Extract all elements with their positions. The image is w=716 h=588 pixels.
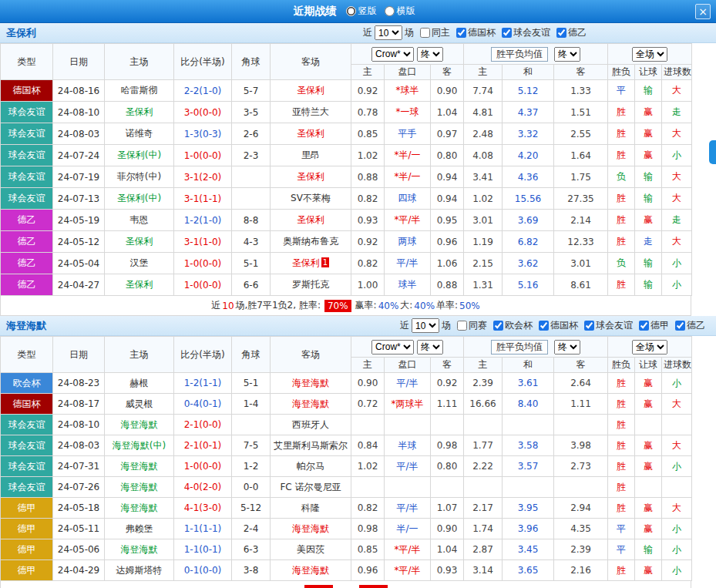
match-date: 24-08-16 bbox=[53, 80, 105, 102]
odds-home: 1.00 bbox=[351, 274, 385, 296]
result-handicap: 赢 bbox=[635, 498, 662, 519]
avg-away bbox=[554, 415, 608, 435]
avg-home bbox=[464, 477, 503, 498]
home-team: 海登海默(中) bbox=[105, 435, 174, 456]
avg-away: 8.61 bbox=[554, 274, 608, 296]
odds-company-select[interactable]: Crow* bbox=[371, 47, 414, 62]
over-rate-value: 40% bbox=[414, 301, 435, 311]
odds-company-select[interactable]: Crow* bbox=[371, 340, 414, 354]
odds-handicap: 四球 bbox=[385, 188, 431, 210]
match-row: 球会友谊 24-08-03 诺维奇 1-3(0-3) 2-6 圣保利 0.85 … bbox=[1, 123, 692, 145]
odds-away: 0.94 bbox=[431, 166, 464, 188]
away-team: SV不莱梅 bbox=[271, 188, 351, 210]
match-date: 24-08-23 bbox=[53, 373, 105, 394]
match-row: 欧会杯 24-08-23 赫根 1-2(1-1) 5-1 海登海默 0.90 平… bbox=[1, 373, 692, 394]
match-count-select[interactable]: 10 bbox=[375, 25, 402, 40]
avg-final-select[interactable]: 终 bbox=[554, 47, 580, 62]
avg-final-select[interactable]: 终 bbox=[554, 340, 580, 354]
odds-home: 1.02 bbox=[351, 145, 385, 166]
result-goals: 大 bbox=[662, 231, 692, 253]
odds-home: 0.85 bbox=[351, 123, 385, 145]
result-wdl: 胜 bbox=[608, 498, 635, 519]
dfb-pokal-checkbox[interactable] bbox=[456, 28, 466, 38]
club-friendly-checkbox[interactable] bbox=[502, 28, 512, 38]
col-corner: 角球 bbox=[232, 44, 271, 80]
match-count-select[interactable]: 10 bbox=[412, 318, 439, 333]
col-date: 日期 bbox=[53, 337, 105, 373]
match-type: 球会友谊 bbox=[1, 123, 53, 145]
close-icon[interactable]: × bbox=[695, 4, 711, 19]
away-team: 海登海默 bbox=[271, 560, 351, 581]
avg-draw: 5.16 bbox=[503, 274, 554, 296]
bundesliga1-checkbox[interactable] bbox=[639, 321, 649, 331]
result-goals: 大 bbox=[662, 394, 692, 415]
side-panel-handle[interactable] bbox=[709, 140, 716, 164]
conference-league-checkbox[interactable] bbox=[493, 321, 503, 331]
odds-handicap: *平/半 bbox=[385, 539, 431, 560]
odds-handicap: 平/半 bbox=[385, 456, 431, 477]
col-away: 客场 bbox=[271, 44, 351, 80]
result-goals: 小 bbox=[662, 560, 692, 581]
away-team: 海登海默 bbox=[271, 394, 351, 415]
col-avg-draw: 和 bbox=[503, 358, 554, 373]
match-score: 1-0(0-0) bbox=[174, 456, 232, 477]
dfb-pokal-checkbox[interactable] bbox=[539, 321, 549, 331]
win-rate-badge: 70% bbox=[324, 300, 351, 312]
avg-draw: 4.20 bbox=[503, 145, 554, 166]
col-score: 比分(半场) bbox=[174, 44, 232, 80]
same-competition-checkbox[interactable] bbox=[457, 321, 467, 331]
home-team: 哈雷斯彻 bbox=[105, 80, 174, 102]
result-handicap: 输 bbox=[635, 188, 662, 210]
layout-option-horizontal: 横版 bbox=[385, 5, 415, 18]
match-type: 德国杯 bbox=[1, 80, 53, 102]
col-odds-away: 客 bbox=[431, 65, 464, 80]
avg-controls: 胜平负均值 终 bbox=[464, 44, 608, 65]
scope-select[interactable]: 全场 bbox=[632, 340, 667, 354]
home-team: 圣保利 bbox=[105, 102, 174, 123]
avg-label-box: 胜平负均值 bbox=[491, 340, 548, 354]
club-friendly-checkbox[interactable] bbox=[584, 321, 594, 331]
avg-home: 3.14 bbox=[464, 560, 503, 581]
match-date: 24-05-19 bbox=[53, 210, 105, 231]
odds-away: 1.04 bbox=[431, 539, 464, 560]
avg-home: 7.74 bbox=[464, 80, 503, 102]
result-handicap: 输 bbox=[635, 166, 662, 188]
odds-final-select[interactable]: 终 bbox=[417, 47, 443, 62]
summary-bar: 近 10 场,胜7平1负2, 胜率: 70% 赢率: 40% 大: 40% 单率… bbox=[0, 296, 691, 316]
match-type: 球会友谊 bbox=[1, 415, 53, 435]
away-team: 圣保利 bbox=[271, 166, 351, 188]
odds-final-select[interactable]: 终 bbox=[417, 340, 443, 354]
avg-away: 4.35 bbox=[554, 519, 608, 539]
away-team: FC 诺尔曼尼亚 bbox=[271, 477, 351, 498]
same-home-checkbox[interactable] bbox=[420, 28, 430, 38]
odds-home: 0.92 bbox=[351, 80, 385, 102]
partial-rate-badge bbox=[304, 585, 333, 588]
scope-select[interactable]: 全场 bbox=[632, 47, 667, 62]
bundesliga2-checkbox[interactable] bbox=[556, 28, 566, 38]
bundesliga2-checkbox[interactable] bbox=[675, 321, 685, 331]
avg-home: 3.41 bbox=[464, 166, 503, 188]
odds-away: 0.90 bbox=[431, 519, 464, 539]
result-wdl: 平 bbox=[608, 539, 635, 560]
horizontal-radio-label: 横版 bbox=[397, 5, 415, 18]
odds-home bbox=[351, 415, 385, 435]
match-row: 球会友谊 24-07-26 海登海默 4-0(2-0) 0-0 FC 诺尔曼尼亚… bbox=[1, 477, 692, 498]
odds-home: 0.82 bbox=[351, 498, 385, 519]
vertical-radio[interactable] bbox=[346, 6, 356, 16]
match-type: 德乙 bbox=[1, 210, 53, 231]
horizontal-radio[interactable] bbox=[385, 6, 395, 16]
col-score: 比分(半场) bbox=[174, 337, 232, 373]
avg-draw: 4.36 bbox=[503, 166, 554, 188]
section-heidenheim: 海登海默 近 10 场 同赛 欧会杯 德国杯 球会友谊 德甲 德乙 bbox=[0, 316, 716, 588]
odds-home: 0.96 bbox=[351, 560, 385, 581]
odds-away: 0.88 bbox=[431, 274, 464, 296]
result-wdl: 胜 bbox=[608, 188, 635, 210]
col-goals-result: 进球数 bbox=[662, 65, 692, 80]
away-team: 海登海默 bbox=[271, 373, 351, 394]
home-team: 海登海默 bbox=[105, 477, 174, 498]
odds-handicap: *平/半 bbox=[385, 210, 431, 231]
section-stpauli: 圣保利 近 10 场 同主 德国杯 球会友谊 德乙 类型 日期 bbox=[0, 23, 716, 316]
col-odds-home: 主 bbox=[351, 358, 385, 373]
home-team: 海登海默 bbox=[105, 456, 174, 477]
result-goals: 小 bbox=[662, 274, 692, 296]
